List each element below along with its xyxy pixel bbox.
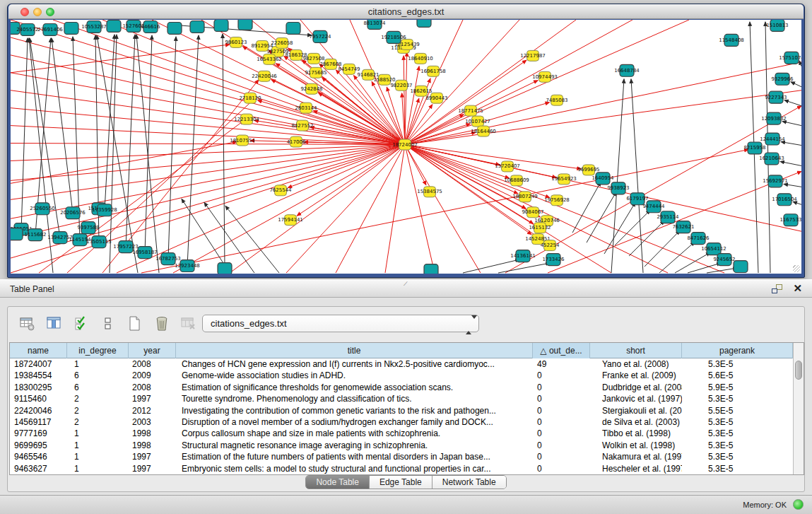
table-cell[interactable]: 2 xyxy=(67,405,129,416)
table-cell[interactable]: 5.5E-5 xyxy=(682,405,793,416)
table-cell[interactable]: 14569117 xyxy=(10,416,67,428)
table-row[interactable]: 1830029562008Estimation of significance … xyxy=(10,382,793,393)
graph-node[interactable] xyxy=(417,20,431,27)
table-cell[interactable]: 1 xyxy=(67,358,129,370)
table-cell[interactable]: 2008 xyxy=(129,382,176,393)
table-cell[interactable]: 5.6E-5 xyxy=(682,370,793,381)
table-cell[interactable]: Jankovic et al. (1997) xyxy=(590,393,682,404)
table-cell[interactable]: 22420046 xyxy=(10,405,67,416)
table-cell[interactable]: 0 xyxy=(533,370,590,381)
table-row[interactable]: 946362711997Embryonic stem cells: a mode… xyxy=(10,463,793,474)
table-cell[interactable]: 2009 xyxy=(129,370,176,381)
table-cell[interactable]: Franke et al. (2009) xyxy=(590,370,682,381)
graph-node[interactable] xyxy=(107,20,121,32)
table-cell[interactable]: 2008 xyxy=(129,358,176,370)
graph-node[interactable] xyxy=(734,261,748,273)
table-cell[interactable]: Investigating the contribution of common… xyxy=(176,405,533,416)
table-cell[interactable]: 5.3E-5 xyxy=(682,428,793,439)
table-cell[interactable]: 1998 xyxy=(129,440,176,451)
table-cell[interactable]: Tourette syndrome. Phenomenology and cla… xyxy=(176,393,533,404)
table-row[interactable]: 1872400712008Changes of HCN gene express… xyxy=(10,358,793,370)
column-header[interactable]: year xyxy=(129,343,176,358)
table-cell[interactable]: 6 xyxy=(67,382,129,393)
memory-ok-indicator[interactable] xyxy=(793,499,804,510)
table-cell[interactable]: de Silva et al. (2003) xyxy=(590,416,682,428)
table-row[interactable]: 1938455462009Genome-wide association stu… xyxy=(10,370,793,381)
column-header[interactable]: in_degree xyxy=(67,343,129,358)
table-cell[interactable]: Embryonic stem cells: a model to study s… xyxy=(176,463,533,474)
table-cell[interactable]: Corpus callosum shape and size in male p… xyxy=(176,428,533,439)
table-cell[interactable]: Yano et al. (2008) xyxy=(590,358,682,370)
table-cell[interactable]: Genome-wide association studies in ADHD. xyxy=(176,370,533,381)
tab-network-table[interactable]: Network Table xyxy=(433,476,506,489)
graph-node[interactable] xyxy=(11,228,23,240)
table-row[interactable]: 911546021997Tourette syndrome. Phenomeno… xyxy=(10,393,793,404)
table-cell[interactable]: 2 xyxy=(67,416,129,428)
table-cell[interactable]: 9115460 xyxy=(10,393,67,404)
table-cell[interactable]: Estimation of significance thresholds fo… xyxy=(176,382,533,393)
graph-node[interactable] xyxy=(238,20,252,30)
table-cell[interactable]: Stergiakouli et al. (2012) xyxy=(590,405,682,416)
graph-node[interactable] xyxy=(218,263,232,274)
table-cell[interactable]: 1997 xyxy=(129,451,176,462)
table-cell[interactable]: 0 xyxy=(533,440,590,451)
column-header[interactable]: short xyxy=(590,343,682,358)
close-panel-icon[interactable]: ✕ xyxy=(793,282,802,295)
column-header[interactable]: pagerank xyxy=(682,343,793,358)
tab-edge-table[interactable]: Edge Table xyxy=(370,476,433,489)
table-cell[interactable]: 5.3E-5 xyxy=(682,451,793,462)
table-cell[interactable]: 2003 xyxy=(129,416,176,428)
table-row[interactable]: 977716911998Corpus callosum shape and si… xyxy=(10,428,793,439)
table-cell[interactable]: 1 xyxy=(67,451,129,462)
network-canvas[interactable]: 1872400711325419186409101696175818626158… xyxy=(11,20,801,274)
table-cell[interactable]: 18724007 xyxy=(10,358,67,370)
table-cell[interactable]: 6 xyxy=(67,370,129,381)
table-cell[interactable]: 1 xyxy=(67,440,129,451)
column-header[interactable]: name xyxy=(10,343,67,358)
table-cell[interactable]: 0 xyxy=(533,428,590,439)
graph-node[interactable] xyxy=(190,21,204,33)
destroy-table-icon[interactable] xyxy=(179,314,199,334)
table-cell[interactable]: 1 xyxy=(67,428,129,439)
table-mode-icon[interactable] xyxy=(18,314,37,334)
table-row[interactable]: 2242004622012Investigating the contribut… xyxy=(10,405,793,416)
tab-node-table[interactable]: Node Table xyxy=(306,476,370,489)
canvas-resize-grip[interactable] xyxy=(793,265,800,272)
table-cell[interactable]: Estimation of the future numbers of pati… xyxy=(176,451,533,462)
table-cell[interactable]: 5.3E-5 xyxy=(682,463,793,474)
table-cell[interactable]: 2 xyxy=(67,393,129,404)
table-row[interactable]: 1456911722003Disruption of a novel membe… xyxy=(10,416,793,428)
vertical-scrollbar[interactable] xyxy=(793,343,804,474)
table-cell[interactable]: 0 xyxy=(533,393,590,404)
column-header[interactable]: title xyxy=(176,343,533,358)
row-height-icon[interactable] xyxy=(98,314,118,334)
table-cell[interactable]: Structural magnetic resonance image aver… xyxy=(176,440,533,451)
new-table-icon[interactable] xyxy=(125,314,145,334)
table-cell[interactable]: 1997 xyxy=(129,463,176,474)
graph-node[interactable] xyxy=(64,22,78,34)
table-cell[interactable]: 49 xyxy=(533,358,590,370)
graph-node[interactable] xyxy=(214,20,228,31)
panel-resize-grip[interactable]: ⟋ xyxy=(404,281,410,286)
table-cell[interactable]: Changes of HCN gene expression and I(f) … xyxy=(176,358,533,370)
float-panel-icon[interactable] xyxy=(772,284,782,293)
column-header[interactable]: △ out_de... xyxy=(533,343,590,358)
table-row[interactable]: 946554611997Estimation of the future num… xyxy=(10,451,793,462)
table-cell[interactable]: 0 xyxy=(533,463,590,474)
graph-node[interactable] xyxy=(167,22,182,34)
table-cell[interactable]: Wolkin et al. (1998) xyxy=(590,440,682,451)
table-cell[interactable]: 2012 xyxy=(129,405,176,416)
delete-table-icon[interactable] xyxy=(152,314,172,334)
table-cell[interactable]: 1998 xyxy=(129,428,176,439)
table-cell[interactable]: 1 xyxy=(67,463,129,474)
table-cell[interactable]: 1997 xyxy=(129,393,176,404)
graph-node[interactable] xyxy=(286,22,300,34)
table-cell[interactable]: 9463627 xyxy=(10,463,67,474)
table-cell[interactable]: 5.3E-5 xyxy=(682,358,793,370)
table-cell[interactable]: 0 xyxy=(533,451,590,462)
window-titlebar[interactable]: citations_edges.txt xyxy=(8,4,804,19)
show-columns-icon[interactable] xyxy=(45,314,64,334)
table-cell[interactable]: Dudbridge et al. (2008) xyxy=(590,382,682,393)
graph-node[interactable] xyxy=(424,264,438,274)
table-cell[interactable]: 5.3E-5 xyxy=(682,393,793,404)
